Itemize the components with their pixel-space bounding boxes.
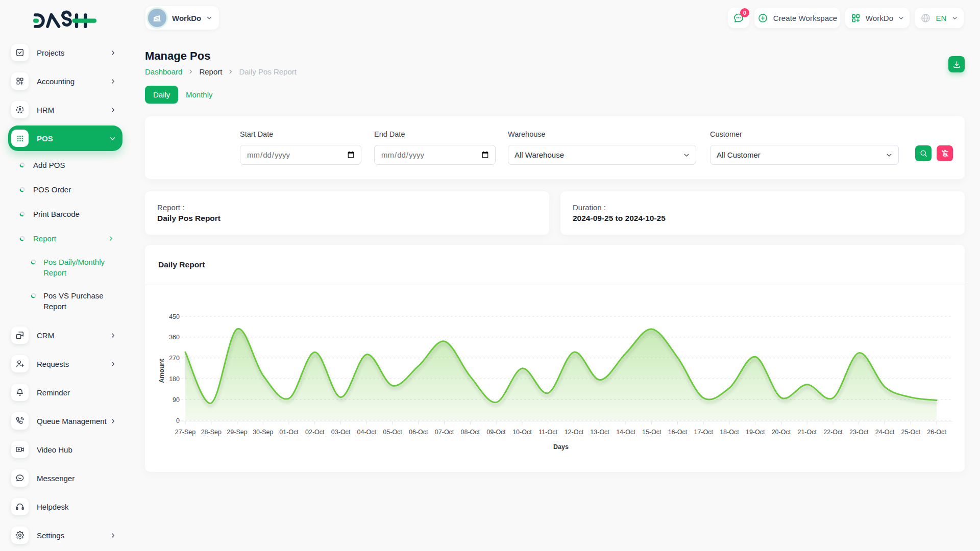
svg-text:13-Oct: 13-Oct <box>590 429 609 436</box>
sidebar-item-video-hub[interactable]: Video Hub <box>0 435 131 464</box>
message-icon <box>11 469 29 487</box>
sidebar-item-reminder[interactable]: Reminder <box>0 378 131 407</box>
svg-text:24-Oct: 24-Oct <box>875 429 895 436</box>
bullet-donut-icon <box>31 293 36 298</box>
gear-icon <box>15 530 25 540</box>
daily-report-area-chart[interactable]: 09018027036045027-Sep28-Sep29-Sep30-Sep0… <box>145 285 965 472</box>
sidebar-item-report[interactable]: Report <box>0 226 131 251</box>
messages-button[interactable]: 0 <box>728 8 749 28</box>
sidebar-item-print-barcode[interactable]: Print Barcode <box>0 202 131 226</box>
breadcrumb-current: Daily Pos Report <box>239 67 297 76</box>
svg-text:28-Sep: 28-Sep <box>201 429 222 436</box>
svg-text:16-Oct: 16-Oct <box>668 429 688 436</box>
workspace-switcher[interactable]: WorkDo <box>145 6 219 30</box>
create-workspace-button[interactable]: Create Workspace <box>754 8 840 28</box>
sidebar-item-pos[interactable]: POS <box>0 124 131 153</box>
chevron-right-icon <box>228 69 233 74</box>
customer-label: Customer <box>710 131 899 138</box>
svg-text:07-Oct: 07-Oct <box>435 429 454 436</box>
start-date-input[interactable] <box>240 145 361 165</box>
warehouse-select[interactable]: All Warehouse <box>508 145 696 165</box>
sidebar-item-requests[interactable]: Requests <box>0 349 131 378</box>
video-plus-icon <box>11 441 29 458</box>
message-icon <box>15 473 25 483</box>
sidebar-item-projects[interactable]: Projects <box>0 38 131 67</box>
end-date-label: End Date <box>374 131 496 138</box>
filter-card: Start Date End Date Warehouse All Wareho… <box>145 116 965 179</box>
breadcrumb: Dashboard Report Daily Pos Report <box>145 67 297 76</box>
reset-filter-button[interactable] <box>937 145 953 161</box>
chevron-right-icon <box>108 235 114 242</box>
user-plus-icon <box>11 355 29 372</box>
svg-text:25-Oct: 25-Oct <box>901 429 920 436</box>
chevron-right-icon <box>110 532 116 539</box>
sidebar-item-pos-order[interactable]: POS Order <box>0 177 131 202</box>
apply-filter-button[interactable] <box>915 145 932 161</box>
bell-icon <box>15 387 25 397</box>
chevron-right-icon <box>110 49 116 56</box>
svg-text:30-Sep: 30-Sep <box>253 429 273 436</box>
sidebar-item-messenger[interactable]: Messenger <box>0 464 131 492</box>
chevron-down-icon <box>109 135 116 142</box>
phone-call-icon <box>15 416 25 426</box>
chevron-right-icon <box>110 78 116 85</box>
language-label: EN <box>936 14 946 22</box>
bullet-donut-icon <box>31 259 36 265</box>
download-icon <box>952 60 961 69</box>
headset-icon <box>15 502 25 512</box>
sidebar-item-hrm[interactable]: HRM <box>0 95 131 124</box>
sidebar-item-pos-vs-purchase-report[interactable]: Pos VS Purchase Report <box>0 284 131 318</box>
chevron-right-icon <box>110 107 116 113</box>
sidebar-item-helpdesk[interactable]: Helpdesk <box>0 492 131 521</box>
svg-text:90: 90 <box>173 396 180 404</box>
svg-text:19-Oct: 19-Oct <box>746 429 765 436</box>
daily-report-card: Daily Report 09018027036045027-Sep28-Sep… <box>145 245 965 472</box>
breadcrumb-report[interactable]: Report <box>199 67 222 76</box>
phone-call-icon <box>11 412 29 430</box>
svg-text:0: 0 <box>176 417 180 424</box>
sidebar-item-crm[interactable]: CRM <box>0 321 131 349</box>
checkbox-icon <box>15 47 25 58</box>
user-plus-icon <box>15 359 25 369</box>
apps-grid-icon <box>11 130 29 147</box>
download-button[interactable] <box>948 56 965 72</box>
customer-select[interactable]: All Customer <box>710 145 899 165</box>
sidebar-item-queue-management[interactable]: Queue Management <box>0 407 131 435</box>
svg-text:20-Oct: 20-Oct <box>772 429 791 436</box>
workspace-avatar-icon <box>148 9 166 27</box>
headset-icon <box>11 498 29 515</box>
end-date-input[interactable] <box>374 145 496 165</box>
sidebar-nav: Projects Accounting HRM POS Add POS POS … <box>0 38 131 549</box>
svg-text:Amount: Amount <box>158 359 165 383</box>
bullet-donut-icon <box>19 236 25 241</box>
sidebar-item-pos-daily-monthly-report[interactable]: Pos Daily/Monthly Report <box>0 251 131 284</box>
duration-summary-card: Duration : 2024-09-25 to 2024-10-25 <box>560 191 965 235</box>
sidebar-item-accounting[interactable]: Accounting <box>0 67 131 95</box>
svg-text:01-Oct: 01-Oct <box>279 429 299 436</box>
workdo-menu-label: WorkDo <box>866 14 894 22</box>
sidebar-item-add-pos[interactable]: Add POS <box>0 153 131 177</box>
grid-plus-icon <box>15 76 25 86</box>
duration-label: Duration : <box>573 203 952 212</box>
svg-text:12-Oct: 12-Oct <box>565 429 584 436</box>
svg-text:10-Oct: 10-Oct <box>512 429 532 436</box>
sidebar-item-settings[interactable]: Settings <box>0 521 131 549</box>
tab-monthly[interactable]: Monthly <box>186 86 213 104</box>
svg-text:09-Oct: 09-Oct <box>486 429 506 436</box>
sidebar: Projects Accounting HRM POS Add POS POS … <box>0 0 131 551</box>
chevron-right-icon <box>188 69 193 74</box>
chevron-down-icon <box>951 15 958 21</box>
workspace-name: WorkDo <box>172 14 201 22</box>
tab-daily[interactable]: Daily <box>145 86 178 104</box>
create-workspace-label: Create Workspace <box>773 14 838 22</box>
focus-dashed-icon <box>15 105 25 115</box>
workdo-menu-button[interactable]: WorkDo <box>845 8 910 28</box>
breadcrumb-dashboard[interactable]: Dashboard <box>145 67 182 76</box>
circle-plus-icon <box>757 13 768 23</box>
svg-text:05-Oct: 05-Oct <box>383 429 402 436</box>
page-title: Manage Pos <box>145 49 210 63</box>
svg-text:270: 270 <box>169 355 180 362</box>
chart-card-header: Daily Report <box>145 245 965 285</box>
language-button[interactable]: EN <box>915 8 964 28</box>
dash-logo[interactable] <box>28 8 102 33</box>
